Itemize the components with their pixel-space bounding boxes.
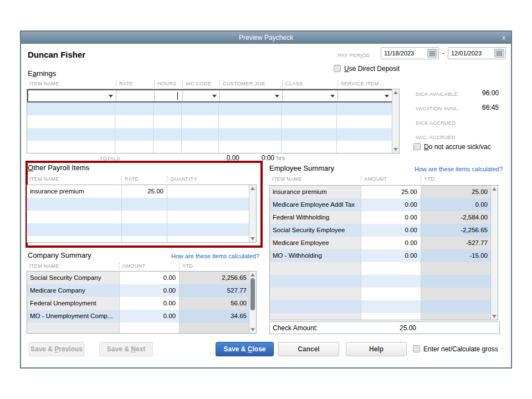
opi-rate-cell[interactable]: 25.00 — [122, 185, 167, 198]
earnings-hours-cell[interactable] — [155, 90, 183, 101]
earnings-rate-cell[interactable] — [116, 90, 155, 101]
dialog-title: Preview Paycheck — [239, 34, 293, 42]
scroll-up-icon[interactable] — [250, 273, 255, 277]
enter-net-label: Enter net/Calculate gross — [423, 345, 498, 353]
use-direct-deposit-label: Use Direct Deposit — [344, 65, 400, 73]
other-payroll-items-heading: Other Payroll Items — [28, 163, 89, 172]
earnings-customer-job-cell[interactable] — [220, 90, 283, 101]
cs-column-headers: ITEM NAME AMOUNT YTD — [27, 262, 249, 270]
table-row[interactable] — [27, 211, 256, 223]
earnings-active-row[interactable] — [27, 89, 399, 103]
vacation-avail-value: 66:45 — [460, 104, 499, 111]
scroll-up-icon[interactable] — [393, 91, 398, 94]
employee-summary-calc-link[interactable]: How are these items calculated? — [408, 166, 503, 172]
opi-quantity-cell[interactable] — [167, 185, 250, 198]
company-summary-scrollbar[interactable] — [249, 272, 256, 333]
pay-period-label: PAY PERIOD — [338, 53, 370, 58]
pay-period-end-input[interactable]: 12/01/2023 — [448, 47, 506, 59]
check-amount-value: 25.00 — [400, 324, 416, 332]
table-row — [270, 262, 498, 275]
company-summary-heading: Company Summary — [28, 251, 91, 259]
chevron-down-icon[interactable] — [275, 95, 279, 98]
earnings-empty-row[interactable] — [27, 103, 399, 115]
table-row[interactable] — [27, 236, 256, 243]
other-payroll-items-table: insurance premium 25.00 — [27, 185, 257, 243]
scroll-down-icon[interactable] — [250, 328, 255, 331]
vac-accrued-label: VAC. ACCRUED — [416, 135, 456, 140]
totals-hours: 0:00 — [241, 154, 274, 162]
sick-accrued-label: SICK ACCRUED — [416, 120, 456, 126]
pay-period-start-input[interactable]: 11/18/2023 — [381, 47, 439, 59]
scrollbar-thumb[interactable] — [250, 278, 255, 310]
table-row[interactable] — [27, 223, 256, 236]
earnings-class-cell[interactable] — [283, 90, 338, 101]
table-row: insurance premium 25.00 25.00 — [270, 186, 498, 198]
scroll-down-icon[interactable] — [393, 148, 398, 151]
opi-scrollbar[interactable] — [249, 185, 256, 242]
table-row — [270, 275, 498, 288]
enter-net-checkbox[interactable] — [413, 345, 420, 352]
sick-available-label: SICK AVAILABLE — [416, 91, 458, 97]
chevron-down-icon[interactable] — [109, 95, 113, 98]
scroll-down-icon[interactable] — [250, 237, 255, 241]
scroll-up-icon[interactable] — [492, 187, 497, 191]
table-row[interactable] — [27, 198, 256, 211]
earnings-table — [27, 89, 400, 154]
earnings-heading: Earnings — [28, 69, 56, 78]
chevron-down-icon[interactable] — [385, 95, 389, 98]
earnings-column-headers: ITEM NAME RATE HOURS WC CODE CUSTOMER:JO… — [27, 79, 392, 88]
hours-unit: hrs — [277, 155, 285, 161]
use-direct-deposit-checkbox[interactable] — [334, 65, 341, 72]
employee-summary-scrollbar[interactable] — [490, 186, 498, 320]
table-row: Medicare Employee Addl Tax 0.00 0.00 — [270, 198, 498, 211]
opi-column-headers: ITEM NAME RATE QUANTITY — [27, 175, 249, 183]
dialog-titlebar[interactable]: Preview Paycheck x — [21, 32, 511, 44]
table-row: Federal Withholding 0.00 -2,584.00 — [270, 211, 498, 224]
table-row — [270, 288, 498, 300]
table-row: Social Security Company 0.00 2,256.65 — [27, 272, 256, 284]
es-column-headers: ITEM NAME AMOUNT YTD — [269, 175, 490, 183]
company-summary-table: Social Security Company 0.00 2,256.65 Me… — [27, 271, 257, 334]
table-row — [270, 313, 498, 320]
company-summary-calc-link[interactable]: How are these items calculated? — [165, 253, 259, 259]
vacation-avail-label: VACATION AVAIL. — [416, 106, 459, 111]
table-row[interactable]: insurance premium 25.00 — [27, 185, 256, 198]
totals-rate: 0.00 — [206, 154, 239, 162]
earnings-scrollbar[interactable] — [392, 89, 399, 153]
earnings-wc-code-cell[interactable] — [183, 90, 220, 101]
help-button[interactable]: Help — [346, 342, 407, 356]
scroll-up-icon[interactable] — [250, 187, 255, 190]
employee-name: Duncan Fisher — [28, 50, 85, 59]
save-next-button[interactable]: Save & Next — [99, 342, 153, 356]
chevron-down-icon[interactable] — [212, 95, 217, 98]
cancel-button[interactable]: Cancel — [278, 342, 339, 356]
sick-available-value: 96:00 — [460, 89, 499, 97]
save-close-button[interactable]: Save & Close — [216, 342, 274, 356]
opi-item-cell[interactable]: insurance premium — [27, 185, 122, 198]
totals-label: TOTALS — [100, 156, 120, 161]
close-icon[interactable]: x — [502, 32, 505, 44]
check-amount-label: Check Amount: — [273, 324, 318, 332]
table-row: Medicare Company 0.00 527.77 — [27, 284, 256, 297]
do-not-accrue-label: Do not accrue sick/vac — [424, 143, 491, 151]
earnings-item-name-cell[interactable] — [28, 90, 116, 101]
earnings-empty-row[interactable] — [27, 128, 399, 141]
scroll-down-icon[interactable] — [492, 315, 497, 318]
do-not-accrue-checkbox[interactable] — [413, 143, 421, 150]
table-row: Federal Unemployment 0.00 56.00 — [27, 297, 256, 310]
earnings-empty-row[interactable] — [27, 141, 399, 154]
chevron-down-icon[interactable] — [330, 95, 335, 98]
earnings-service-item-cell[interactable] — [338, 90, 392, 101]
save-previous-button[interactable]: Save & Previous — [29, 342, 84, 356]
table-row — [27, 323, 256, 334]
earnings-empty-row[interactable] — [27, 115, 399, 128]
employee-summary-table: insurance premium 25.00 25.00 Medicare E… — [269, 185, 498, 320]
calendar-icon[interactable] — [494, 49, 504, 58]
table-row: Medicare Employee 0.00 -527.77 — [270, 237, 498, 249]
text-caret — [177, 92, 178, 100]
employee-summary-heading: Employee Summary — [269, 164, 334, 172]
table-row — [270, 300, 498, 313]
calendar-icon[interactable] — [427, 49, 437, 58]
table-row: MO - Withholding 0.00 -15.00 — [270, 249, 498, 262]
table-row: MO - Unemployment Comp... 0.00 34.65 — [27, 310, 256, 323]
